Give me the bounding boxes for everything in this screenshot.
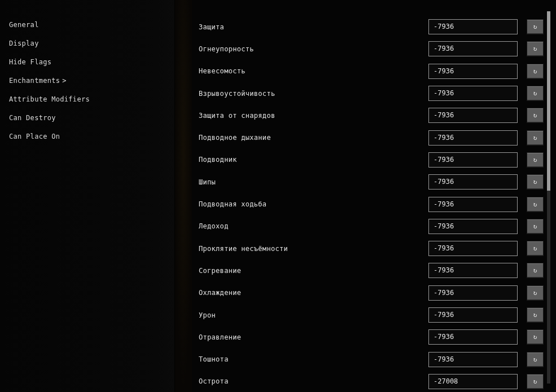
sidebar-item-label: Display <box>9 39 39 47</box>
reset-icon: ↻ <box>533 356 537 363</box>
enchantment-value-input[interactable]: -7936 <box>428 263 518 278</box>
reset-button[interactable]: ↻ <box>527 329 544 345</box>
enchantment-value-input[interactable]: -7936 <box>428 329 518 345</box>
enchantment-label: Тошнота <box>198 355 428 363</box>
reset-icon: ↻ <box>533 333 537 341</box>
enchantment-label: Охлаждение <box>198 289 428 297</box>
reset-button[interactable]: ↻ <box>527 86 544 101</box>
reset-button[interactable]: ↻ <box>527 108 544 123</box>
sidebar-item-label: Can Place On <box>9 133 60 140</box>
enchantment-row: Согревание-7936↻ <box>198 259 556 281</box>
reset-button[interactable]: ↻ <box>527 41 544 56</box>
reset-button[interactable]: ↻ <box>527 374 544 389</box>
sidebar-item-enchantments[interactable]: Enchantments> <box>0 72 174 90</box>
enchantment-value-input[interactable]: -7936 <box>428 174 518 190</box>
sidebar-item-label: Can Destroy <box>9 114 56 122</box>
sidebar-item-general[interactable]: General <box>0 16 174 34</box>
sidebar: General Display Hide Flags Enchantments>… <box>0 0 175 392</box>
reset-icon: ↻ <box>533 223 537 230</box>
panel-divider <box>175 0 192 392</box>
enchantment-label: Подводник <box>198 156 428 164</box>
reset-button[interactable]: ↻ <box>527 285 544 301</box>
enchantment-value-input[interactable]: -7936 <box>428 86 518 101</box>
enchantment-label: Отравление <box>198 333 428 341</box>
reset-icon: ↻ <box>533 245 537 252</box>
enchantment-row: Защита-7936↻ <box>198 16 556 38</box>
reset-icon: ↻ <box>533 178 537 186</box>
sidebar-item-can-destroy[interactable]: Can Destroy <box>0 109 174 127</box>
sidebar-item-label: Hide Flags <box>9 58 51 66</box>
enchantment-label: Шипы <box>198 178 428 186</box>
enchantment-value-input[interactable]: -7936 <box>428 19 518 34</box>
enchantment-value-input[interactable]: -7936 <box>428 152 518 168</box>
enchantment-value-input[interactable]: -7936 <box>428 130 518 146</box>
enchantment-row: Проклятие несъёмности-7936↻ <box>198 237 556 259</box>
reset-icon: ↻ <box>533 289 537 297</box>
reset-button[interactable]: ↻ <box>527 64 544 79</box>
enchantment-label: Огнеупорность <box>198 45 428 53</box>
enchantment-label: Урон <box>198 311 428 319</box>
enchantment-row: Острота-27008↻ <box>198 371 556 392</box>
enchantment-label: Ледоход <box>198 222 428 230</box>
reset-icon: ↻ <box>533 201 537 208</box>
enchantment-value-input[interactable]: -7936 <box>428 197 518 212</box>
enchantment-label: Защита от снарядов <box>198 112 428 120</box>
reset-button[interactable]: ↻ <box>527 241 544 256</box>
enchantment-label: Невесомость <box>198 67 428 75</box>
enchantment-row: Ледоход-7936↻ <box>198 215 556 237</box>
reset-button[interactable]: ↻ <box>527 307 544 323</box>
enchantment-label: Проклятие несъёмности <box>198 245 428 253</box>
sidebar-item-label: Enchantments <box>9 77 60 85</box>
reset-button[interactable]: ↻ <box>527 352 544 367</box>
enchantment-list: Защита-7936↻Огнеупорность-7936↻Невесомос… <box>198 16 556 392</box>
enchantment-value-input[interactable]: -7936 <box>428 41 518 56</box>
enchantment-value-input[interactable]: -7936 <box>428 285 518 301</box>
main-panel: Защита-7936↻Огнеупорность-7936↻Невесомос… <box>192 0 556 392</box>
enchantment-row: Защита от снарядов-7936↻ <box>198 104 556 126</box>
sidebar-item-can-place-on[interactable]: Can Place On <box>0 127 174 146</box>
enchantment-label: Согревание <box>198 267 428 275</box>
reset-button[interactable]: ↻ <box>527 197 544 212</box>
reset-icon: ↻ <box>533 45 537 52</box>
enchantment-row: Огнеупорность-7936↻ <box>198 38 556 60</box>
reset-icon: ↻ <box>533 112 537 119</box>
enchantment-row: Невесомость-7936↻ <box>198 60 556 82</box>
enchantment-value-input[interactable]: -7936 <box>428 241 518 256</box>
enchantment-value-input[interactable]: -7936 <box>428 108 518 123</box>
reset-button[interactable]: ↻ <box>527 130 544 146</box>
enchantment-row: Подводное дыхание-7936↻ <box>198 126 556 148</box>
enchantment-row: Подводник-7936↻ <box>198 149 556 171</box>
sidebar-item-label: Attribute Modifiers <box>9 95 90 103</box>
sidebar-item-display[interactable]: Display <box>0 34 174 53</box>
enchantment-label: Острота <box>198 377 428 385</box>
enchantment-value-input[interactable]: -7936 <box>428 307 518 323</box>
sidebar-item-attribute-modifiers[interactable]: Attribute Modifiers <box>0 90 174 109</box>
enchantment-value-input[interactable]: -7936 <box>428 64 518 79</box>
enchantment-value-input[interactable]: -27008 <box>428 374 518 389</box>
reset-button[interactable]: ↻ <box>527 219 544 234</box>
enchantment-row: Взрывоустойчивость-7936↻ <box>198 82 556 104</box>
enchantment-label: Взрывоустойчивость <box>198 90 428 98</box>
scrollbar-thumb[interactable] <box>547 11 550 191</box>
reset-button[interactable]: ↻ <box>527 152 544 168</box>
enchantment-value-input[interactable]: -7936 <box>428 352 518 367</box>
reset-button[interactable]: ↻ <box>527 174 544 190</box>
enchantment-row: Подводная ходьба-7936↻ <box>198 193 556 215</box>
reset-button[interactable]: ↻ <box>527 19 544 34</box>
app-root: General Display Hide Flags Enchantments>… <box>0 0 556 392</box>
enchantment-row: Тошнота-7936↻ <box>198 348 556 370</box>
sidebar-item-label: General <box>9 21 39 29</box>
enchantment-label: Подводная ходьба <box>198 200 428 208</box>
enchantment-label: Защита <box>198 23 428 31</box>
scrollbar[interactable] <box>547 11 550 384</box>
enchantment-row: Отравление-7936↻ <box>198 326 556 348</box>
reset-button[interactable]: ↻ <box>527 263 544 278</box>
enchantment-row: Шипы-7936↻ <box>198 171 556 193</box>
reset-icon: ↻ <box>533 134 537 142</box>
reset-icon: ↻ <box>533 156 537 164</box>
reset-icon: ↻ <box>533 68 537 75</box>
sidebar-item-hide-flags[interactable]: Hide Flags <box>0 53 174 72</box>
enchantment-value-input[interactable]: -7936 <box>428 219 518 234</box>
enchantment-row: Охлаждение-7936↻ <box>198 282 556 304</box>
enchantment-label: Подводное дыхание <box>198 134 428 142</box>
